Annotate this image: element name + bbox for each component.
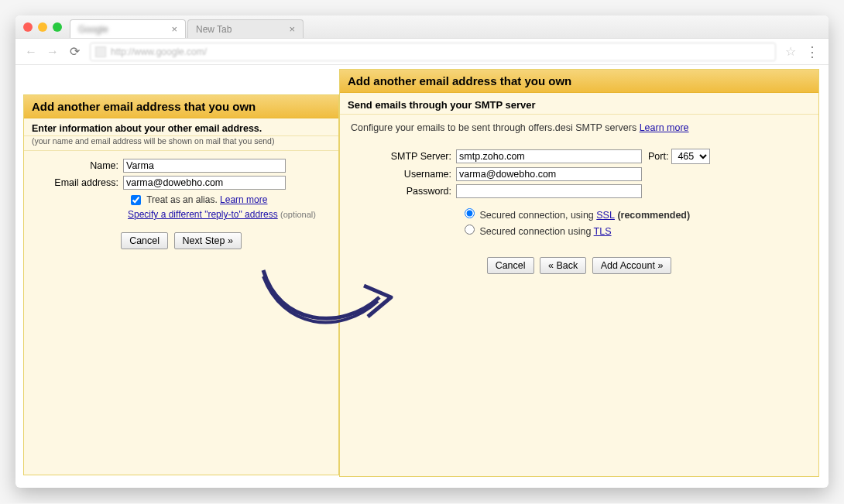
bookmark-star-icon[interactable]: ☆ bbox=[785, 44, 796, 59]
page-content: Add another email address that you own E… bbox=[15, 65, 829, 488]
email-label: Email address: bbox=[32, 177, 123, 188]
ssl-radio[interactable] bbox=[465, 208, 475, 218]
password-input[interactable] bbox=[456, 184, 642, 198]
username-label: Username: bbox=[348, 169, 456, 180]
ssl-option[interactable]: Secured connection, using SSL (recommend… bbox=[461, 206, 811, 221]
form-step1: Name: Email address: Treat as an alias. … bbox=[24, 151, 338, 257]
dialog-step1: Add another email address that you own E… bbox=[23, 94, 339, 475]
tab-title: Google bbox=[78, 24, 108, 35]
learn-more-link[interactable]: Learn more bbox=[220, 194, 267, 205]
email-input[interactable] bbox=[123, 176, 286, 190]
close-window-icon[interactable] bbox=[23, 22, 33, 32]
maximize-window-icon[interactable] bbox=[53, 22, 62, 32]
address-bar[interactable]: http://www.google.com/ bbox=[90, 43, 776, 61]
tab-title: New Tab bbox=[196, 24, 232, 35]
config-text: Configure your emails to be sent through… bbox=[340, 115, 818, 141]
reload-icon[interactable]: ⟳ bbox=[68, 44, 81, 59]
smtp-label: SMTP Server: bbox=[348, 151, 456, 162]
dialog-subtitle: Enter information about your other email… bbox=[24, 118, 338, 136]
dialog-title: Add another email address that you own bbox=[340, 70, 818, 93]
back-icon[interactable]: ← bbox=[25, 45, 37, 59]
alias-checkbox[interactable] bbox=[131, 195, 141, 205]
dialog-subline: Send emails through your SMTP server bbox=[340, 93, 818, 115]
learn-more-link[interactable]: Learn more bbox=[640, 122, 689, 133]
tab-strip: Google × New Tab × bbox=[70, 15, 305, 38]
replyto-link[interactable]: Specify a different "reply-to" address bbox=[128, 209, 278, 220]
close-tab-icon[interactable]: × bbox=[171, 23, 177, 35]
browser-window: Google × New Tab × ← → ⟳ http://www.goog… bbox=[15, 15, 829, 488]
browser-tab-newtab[interactable]: New Tab × bbox=[187, 19, 304, 38]
optional-text: (optional) bbox=[280, 210, 316, 219]
password-label: Password: bbox=[348, 186, 456, 197]
minimize-window-icon[interactable] bbox=[38, 22, 47, 32]
window-controls bbox=[23, 22, 62, 32]
dialog-step2: Add another email address that you own S… bbox=[339, 69, 819, 477]
security-options: Secured connection, using SSL (recommend… bbox=[461, 206, 811, 237]
tls-radio[interactable] bbox=[465, 225, 475, 235]
username-input[interactable] bbox=[456, 167, 642, 181]
browser-tab-active[interactable]: Google × bbox=[70, 19, 186, 38]
cancel-button[interactable]: Cancel bbox=[487, 257, 534, 274]
name-label: Name: bbox=[32, 160, 123, 171]
close-tab-icon[interactable]: × bbox=[289, 23, 295, 35]
menu-icon[interactable]: ⋮ bbox=[805, 46, 819, 57]
smtp-input[interactable] bbox=[456, 149, 642, 163]
port-select[interactable]: 465 bbox=[671, 149, 710, 164]
back-button[interactable]: « Back bbox=[540, 257, 586, 274]
cancel-button[interactable]: Cancel bbox=[121, 232, 168, 249]
form-step2: SMTP Server: Port: 465 Username: Passwor… bbox=[340, 141, 818, 282]
next-step-button[interactable]: Next Step » bbox=[174, 232, 242, 249]
tls-option[interactable]: Secured connection using TLS bbox=[461, 222, 811, 237]
tls-link[interactable]: TLS bbox=[594, 226, 612, 237]
alias-text: Treat as an alias. bbox=[146, 194, 218, 205]
ssl-link[interactable]: SSL bbox=[596, 210, 615, 221]
add-account-button[interactable]: Add Account » bbox=[592, 257, 672, 274]
dialog-title: Add another email address that you own bbox=[24, 95, 338, 118]
name-input[interactable] bbox=[123, 159, 286, 173]
dialog-subnote: (your name and email address will be sho… bbox=[24, 136, 338, 151]
forward-icon[interactable]: → bbox=[46, 45, 59, 59]
toolbar: ← → ⟳ http://www.google.com/ ☆ ⋮ bbox=[15, 39, 829, 65]
port-label: Port: bbox=[648, 151, 668, 162]
url-text: http://www.google.com/ bbox=[111, 46, 207, 57]
page-icon bbox=[95, 46, 106, 57]
title-bar: Google × New Tab × bbox=[15, 15, 829, 39]
